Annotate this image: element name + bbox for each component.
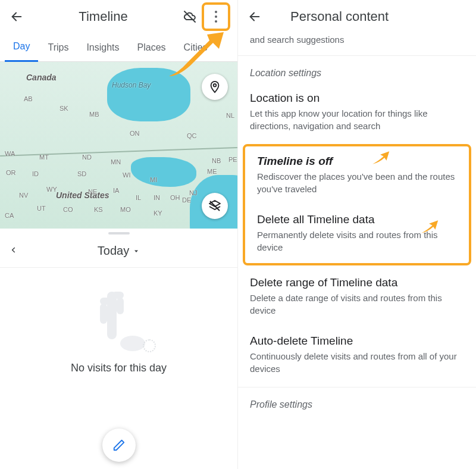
personal-content-header: Personal content xyxy=(238,0,476,33)
svg-point-2 xyxy=(214,84,217,87)
map-label: AB xyxy=(24,95,33,102)
chevron-left-icon xyxy=(10,246,18,254)
map-label: NJ xyxy=(189,189,197,196)
empty-illustration xyxy=(83,286,155,357)
map-border xyxy=(0,147,237,157)
overflow-menu-button[interactable] xyxy=(202,2,230,31)
map-label: DE xyxy=(182,196,191,204)
caret-down-icon xyxy=(133,248,140,255)
tab-insights[interactable]: Insights xyxy=(78,33,127,62)
map-label: NB xyxy=(212,157,221,164)
back-button[interactable] xyxy=(5,5,29,29)
map-label-us: United States xyxy=(56,190,109,200)
setting-desc: Rediscover the places you've been and th… xyxy=(257,170,457,195)
section-header-profile: Profile settings xyxy=(238,390,476,410)
empty-state: No visits for this day xyxy=(0,268,237,374)
map-label: NL xyxy=(226,112,234,119)
setting-title: Delete range of Timeline data xyxy=(250,276,464,289)
map-label: KY xyxy=(154,210,162,217)
layers-off-icon xyxy=(208,199,222,213)
map-label: OH xyxy=(170,194,180,201)
map-label: UT xyxy=(37,205,46,212)
map-view[interactable]: Canada Hudson Bay United States AB SK MB… xyxy=(0,62,237,229)
map-label: KS xyxy=(94,206,103,213)
map-label: NE xyxy=(88,188,97,195)
map-label: WI xyxy=(123,171,130,179)
map-label: OR xyxy=(6,169,16,176)
map-label: MO xyxy=(120,206,131,213)
map-label-canada: Canada xyxy=(26,73,57,82)
arrow-left-icon xyxy=(248,10,261,23)
pencil-icon xyxy=(112,439,126,452)
setting-delete-range[interactable]: Delete range of Timeline data Delete a d… xyxy=(238,268,476,326)
map-label: ND xyxy=(82,154,92,161)
setting-desc: Continuously delete visits and routes fr… xyxy=(250,350,464,375)
personal-content-screen: Personal content and search suggestions … xyxy=(238,0,476,469)
empty-state-text: No visits for this day xyxy=(71,362,167,374)
cloud-off-icon xyxy=(183,10,197,24)
timeline-header: Timeline xyxy=(0,0,237,33)
map-label: IL xyxy=(136,194,141,201)
previous-day-button[interactable] xyxy=(10,245,18,257)
back-button[interactable] xyxy=(243,5,267,29)
timeline-screen: Timeline Day Trips Insights Places Citie… xyxy=(0,0,238,469)
date-selector-row: Today xyxy=(0,234,237,268)
annotation-arrow-icon xyxy=(417,215,442,240)
svg-marker-5 xyxy=(134,250,138,252)
page-title: Personal content xyxy=(290,9,389,24)
map-label: ME xyxy=(207,168,217,175)
setting-location[interactable]: Location is on Let this app know your lo… xyxy=(238,83,476,142)
divider xyxy=(238,387,476,387)
annotation-highlight-box: Timeline is off Rediscover the places yo… xyxy=(243,144,471,265)
map-label: WY xyxy=(46,186,57,193)
edit-fab[interactable] xyxy=(102,429,136,462)
tab-day[interactable]: Day xyxy=(5,33,38,62)
location-pin-button[interactable] xyxy=(202,74,228,100)
setting-desc: Delete a date range of visits and routes… xyxy=(250,292,464,317)
map-label: CA xyxy=(5,212,14,219)
map-label: MT xyxy=(39,154,49,161)
map-label: CO xyxy=(63,206,73,213)
map-label: MN xyxy=(111,158,121,165)
date-label-text: Today xyxy=(98,244,129,258)
map-label: ON xyxy=(130,130,140,137)
incognito-toggle[interactable] xyxy=(178,5,202,29)
setting-title: Auto-delete Timeline xyxy=(250,334,464,348)
setting-desc: Let this app know your location for thin… xyxy=(250,107,464,132)
map-label: ID xyxy=(32,170,39,177)
map-label: MB xyxy=(89,111,99,118)
map-label: MI xyxy=(150,176,157,183)
more-vert-icon xyxy=(215,10,217,24)
arrow-left-icon xyxy=(10,10,23,23)
map-label: SK xyxy=(60,105,68,112)
setting-title: Location is on xyxy=(250,92,464,105)
annotation-cursor-arrow xyxy=(167,30,226,77)
tab-trips[interactable]: Trips xyxy=(39,33,77,62)
map-label: IN xyxy=(154,194,160,201)
map-label: SD xyxy=(77,170,86,177)
map-label: QC xyxy=(187,132,197,139)
setting-title: Timeline is off xyxy=(257,155,457,168)
map-label: NV xyxy=(19,192,28,199)
location-pin-icon xyxy=(208,80,221,93)
map-label: IA xyxy=(113,187,119,194)
truncated-setting-desc: and search suggestions xyxy=(238,33,476,56)
layers-button[interactable] xyxy=(202,193,228,219)
map-label-hudson-bay: Hudson Bay xyxy=(112,81,151,89)
map-water xyxy=(131,157,196,187)
setting-auto-delete[interactable]: Auto-delete Timeline Continuously delete… xyxy=(238,326,476,384)
map-label: PE xyxy=(228,156,237,163)
date-picker-button[interactable]: Today xyxy=(98,244,140,258)
map-label: WA xyxy=(5,150,15,157)
annotation-arrow-icon xyxy=(368,146,393,171)
page-title: Timeline xyxy=(29,9,178,24)
section-header-location: Location settings xyxy=(238,56,476,83)
setting-timeline-toggle[interactable]: Timeline is off Rediscover the places yo… xyxy=(245,146,469,205)
